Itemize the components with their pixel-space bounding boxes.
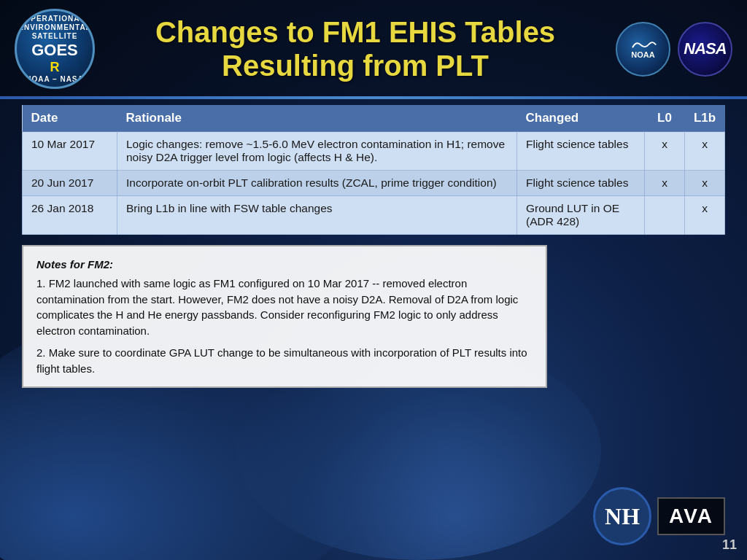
title-line2: Resulting from PLT <box>222 50 489 82</box>
row1-l1b: x <box>685 132 725 171</box>
goes-sub: R <box>17 60 93 75</box>
table-row: 20 Jun 2017 Incorporate on-orbit PLT cal… <box>23 171 725 196</box>
noaa-icon <box>629 39 658 50</box>
col-header-date: Date <box>23 105 117 132</box>
ava-label: AVA <box>669 505 713 528</box>
nh-label: NH <box>605 503 640 530</box>
title-line1: Changes to FM1 EHIS Tables <box>155 16 555 48</box>
notes-line1: 1. FM2 launched with same logic as FM1 c… <box>36 276 533 339</box>
row3-rationale: Bring L1b in line with FSW table changes <box>117 196 517 235</box>
row3-l0 <box>645 196 685 235</box>
goes-badge: OPERATIONAL ENVIRONMENTALSATELLITE GOES … <box>15 9 95 89</box>
row3-l1b: x <box>685 196 725 235</box>
row3-date: 26 Jan 2018 <box>23 196 117 235</box>
col-header-l0: L0 <box>645 105 685 132</box>
table-header-row: Date Rationale Changed L0 L1b <box>23 105 725 132</box>
noaa-label: NOAA <box>631 50 654 59</box>
nasa-badge: NASA <box>678 22 732 77</box>
ehis-changes-table: Date Rationale Changed L0 L1b 10 Mar 201… <box>22 105 725 235</box>
bottom-logos: NH AVA <box>593 487 725 545</box>
row2-rationale: Incorporate on-orbit PLT calibration res… <box>117 171 517 196</box>
notes-title: Notes for FM2: <box>36 257 533 273</box>
nasa-label: NASA <box>684 39 726 58</box>
row1-date: 10 Mar 2017 <box>23 132 117 171</box>
row1-rationale: Logic changes: remove ~1.5-6.0 MeV elect… <box>117 132 517 171</box>
notes-box: Notes for FM2: 1. FM2 launched with same… <box>22 245 547 388</box>
col-header-changed: Changed <box>517 105 645 132</box>
col-header-l1b: L1b <box>685 105 725 132</box>
notes-line2: 2. Make sure to coordinate GPA LUT chang… <box>36 345 533 377</box>
noaa-badge: NOAA <box>616 22 670 77</box>
row2-l1b: x <box>685 171 725 196</box>
table-row: 10 Mar 2017 Logic changes: remove ~1.5-6… <box>23 132 725 171</box>
slide-title: Changes to FM1 EHIS Tables Resulting fro… <box>95 15 616 82</box>
col-header-rationale: Rationale <box>117 105 517 132</box>
slide-header: OPERATIONAL ENVIRONMENTALSATELLITE GOES … <box>0 0 747 96</box>
goes-label: GOES <box>17 41 93 60</box>
ava-badge: AVA <box>657 497 725 535</box>
data-table-section: Date Rationale Changed L0 L1b 10 Mar 201… <box>22 105 725 235</box>
row2-changed: Flight science tables <box>517 171 645 196</box>
row2-l0: x <box>645 171 685 196</box>
row1-changed: Flight science tables <box>517 132 645 171</box>
table-row: 26 Jan 2018 Bring L1b in line with FSW t… <box>23 196 725 235</box>
header-divider <box>0 96 747 99</box>
row1-l0: x <box>645 132 685 171</box>
page-number: 11 <box>722 537 737 553</box>
row2-date: 20 Jun 2017 <box>23 171 117 196</box>
nh-badge: NH <box>593 487 651 545</box>
row3-changed: Ground LUT in OE (ADR 428) <box>517 196 645 235</box>
header-logos-right: NOAA NASA <box>616 22 732 77</box>
